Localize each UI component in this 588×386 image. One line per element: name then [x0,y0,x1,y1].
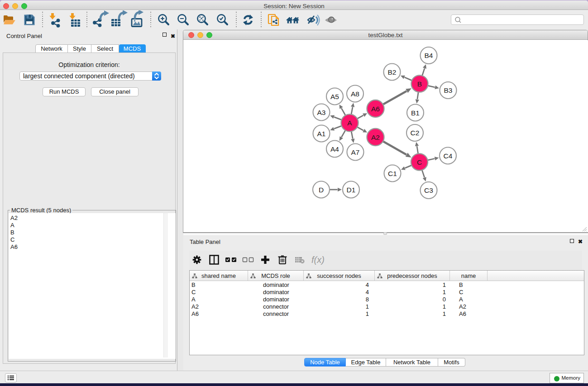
svg-text:A7: A7 [351,148,360,156]
svg-text:B3: B3 [444,86,453,94]
svg-text:C1: C1 [388,170,397,177]
svg-text:A8: A8 [351,90,359,98]
svg-text:A5: A5 [330,93,339,100]
svg-text:B2: B2 [388,68,397,76]
svg-text:C3: C3 [424,186,433,194]
svg-text:B1: B1 [411,109,420,117]
svg-text:A4: A4 [330,145,339,153]
svg-text:C4: C4 [444,152,453,160]
svg-text:D1: D1 [347,186,356,194]
svg-text:f(x): f(x) [311,255,325,265]
svg-text:B4: B4 [425,52,433,59]
svg-text:A1: A1 [317,130,326,138]
svg-text:A3: A3 [317,109,326,116]
svg-text:A6: A6 [371,105,380,113]
svg-text:B: B [417,80,422,88]
svg-text:A: A [347,119,352,127]
svg-text:A2: A2 [371,133,380,141]
svg-text:C2: C2 [411,129,420,137]
svg-text:C: C [417,158,422,166]
svg-text:D: D [319,186,324,194]
